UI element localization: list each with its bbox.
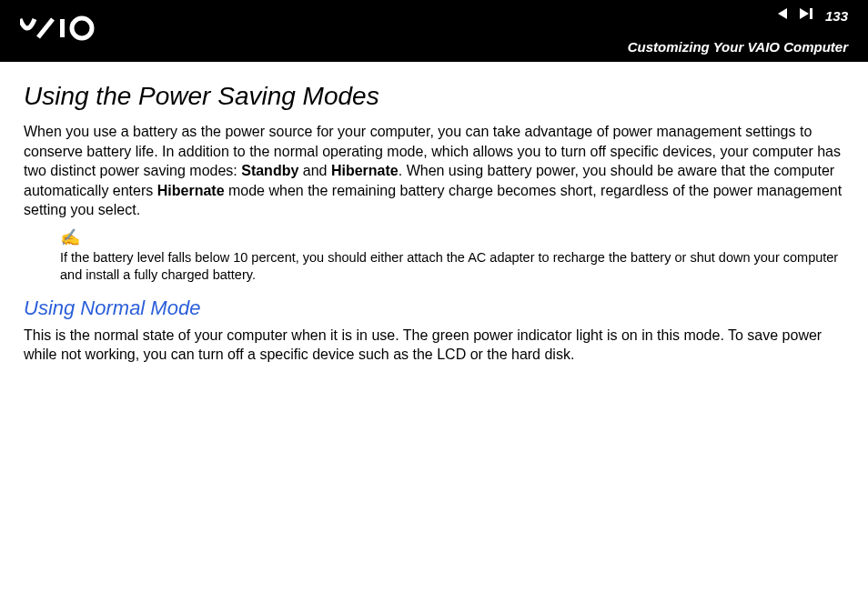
bold-hibernate-2: Hibernate [157,183,225,198]
note-block: ✍ If the battery level falls below 10 pe… [60,227,844,284]
svg-point-1 [72,18,92,38]
page-content: Using the Power Saving Modes When you us… [0,62,868,365]
svg-marker-3 [800,8,809,19]
nav-prev-icon[interactable] [776,7,789,24]
note-text: If the battery level falls below 10 perc… [60,249,844,284]
nav-next-icon[interactable] [798,7,816,24]
intro-paragraph: When you use a battery as the power sour… [24,122,844,220]
svg-rect-4 [810,8,812,19]
normal-mode-paragraph: This is the normal state of your compute… [24,326,844,365]
vaio-logo [20,15,120,48]
subsection-title: Using Normal Mode [24,296,844,320]
svg-marker-2 [778,8,787,19]
para1-text-b: and [298,163,331,178]
pencil-icon: ✍ [60,227,844,247]
bold-hibernate-1: Hibernate [331,163,399,178]
page-title: Using the Power Saving Modes [24,82,844,111]
page-number: 133 [825,8,848,24]
nav-controls: 133 [776,7,848,24]
section-label: Customizing Your VAIO Computer [628,39,848,55]
bold-standby: Standby [241,163,298,178]
header-bar: 133 Customizing Your VAIO Computer [0,0,868,62]
svg-rect-0 [60,19,65,37]
